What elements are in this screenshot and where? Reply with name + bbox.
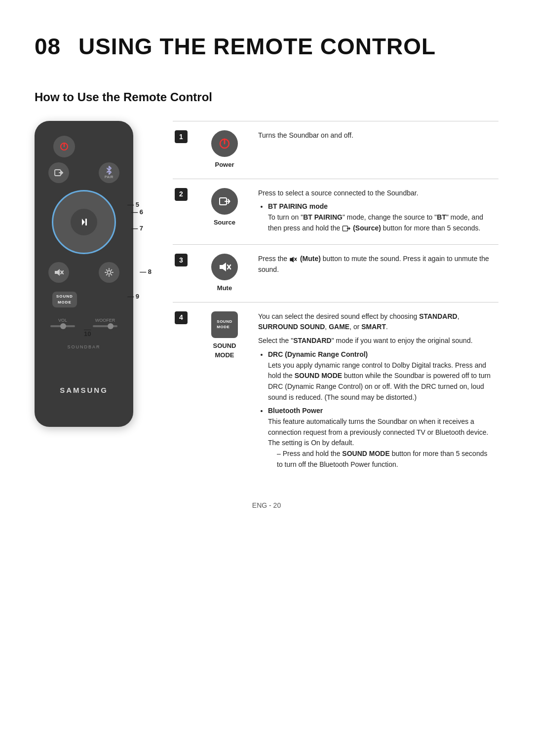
info-row-soundmode: 4 SOUNDMODE SOUND MODE You can select th… — [173, 302, 498, 481]
svg-point-9 — [108, 271, 111, 274]
icon-col-soundmode: SOUNDMODE SOUND MODE — [200, 302, 249, 481]
mute-icon-display — [211, 254, 238, 280]
remote-row-soundmode: SOUNDMODE — 9 — [43, 292, 124, 307]
callout-7: — 7 — [131, 224, 143, 233]
soundmode-desc-1: You can select the desired sound effect … — [258, 311, 493, 333]
num-badge-1: 1 — [175, 130, 188, 143]
mute-label: Mute — [217, 283, 232, 293]
power-button-remote[interactable] — [53, 136, 75, 157]
play-pause-button[interactable] — [71, 209, 97, 235]
source-bullets: BT PAIRING mode To turn on "BT PAIRING" … — [258, 201, 493, 233]
callout-6: — 6 — [131, 207, 143, 217]
text-col-soundmode: You can select the desired sound effect … — [249, 302, 498, 481]
text-col-mute: Press the (Mute) button to mute the soun… — [249, 245, 498, 302]
svg-marker-16 — [220, 263, 226, 271]
section-title: How to Use the Remote Control — [35, 88, 498, 106]
sound-mode-button-remote[interactable]: SOUNDMODE — [52, 292, 77, 307]
dpad[interactable]: — 6 — 7 — [52, 190, 116, 254]
mute-button-remote[interactable] — [48, 262, 69, 283]
power-description: Turns the Soundbar on and off. — [258, 131, 353, 139]
svg-marker-6 — [55, 269, 60, 276]
remote-row-source-bt: PAIR — [43, 162, 124, 183]
num-badge-3: 3 — [175, 254, 188, 266]
icon-col-power: Power — [200, 121, 249, 179]
num-col-1: 1 — [173, 121, 200, 179]
text-col-power: Turns the Soundbar on and off. — [249, 121, 498, 179]
svg-marker-19 — [290, 257, 294, 262]
remote-illustration: 1 — 2 — 3 — 4 — — [35, 121, 173, 427]
dash-list-btpower: Press and hold the SOUND MODE button for… — [268, 449, 493, 470]
soundmode-icon-display: SOUNDMODE — [211, 311, 238, 338]
slider-row: VOL WOOFER 10 — [43, 317, 124, 327]
icon-col-mute: Mute — [200, 245, 249, 302]
source-button-remote[interactable] — [48, 162, 69, 183]
info-row-source: 2 Source Press to select a source connec… — [173, 179, 498, 245]
mute-description: Press the (Mute) button to mute the soun… — [258, 254, 493, 275]
info-row-mute: 3 Mute Press the (Mute) button to mute t… — [173, 245, 498, 302]
soundmode-label: SOUND MODE — [204, 341, 245, 360]
num-col-2: 2 — [173, 179, 200, 245]
source-bt-bullet: BT PAIRING mode To turn on "BT PAIRING" … — [268, 201, 493, 233]
dash-item-1: Press and hold the SOUND MODE button for… — [277, 449, 493, 470]
power-icon-display — [211, 130, 238, 157]
source-desc-1: Press to select a source connected to th… — [258, 188, 493, 199]
soundmode-desc-2: Select the "STANDARD" mode if you want t… — [258, 336, 493, 346]
svg-rect-5 — [85, 219, 87, 226]
num-col-4: 4 — [173, 302, 200, 481]
settings-button-remote[interactable] — [99, 262, 119, 283]
remote-row-power — [43, 136, 124, 157]
svg-marker-4 — [82, 219, 85, 226]
soundbar-text: SOUNDBAR — [67, 344, 100, 351]
page-title: 08 USING THE REMOTE CONTROL — [35, 30, 498, 64]
woofer-slider[interactable] — [93, 325, 117, 327]
source-label: Source — [214, 218, 235, 227]
dpad-outer[interactable] — [52, 190, 116, 254]
text-col-source: Press to select a source connected to th… — [249, 179, 498, 245]
drc-bullet: DRC (Dynamic Range Control) Lets you app… — [268, 349, 493, 403]
num-col-3: 3 — [173, 245, 200, 302]
source-icon-display — [211, 188, 238, 215]
power-label: Power — [215, 160, 234, 170]
callout-9: — 9 — [127, 292, 139, 302]
info-row-power: 1 Power Turns the Soundbar on and off. — [173, 121, 498, 179]
num-badge-2: 2 — [175, 188, 188, 201]
soundmode-bullets: DRC (Dynamic Range Control) Lets you app… — [258, 349, 493, 470]
page-footer: ENG - 20 — [35, 500, 498, 511]
remote-body: PAIR — 5 — 6 — 7 — [35, 121, 133, 427]
info-table: 1 Power Turns the Soundbar on and off. 2 — [173, 121, 498, 481]
bt-power-bullet: Bluetooth Power This feature automatical… — [268, 406, 493, 470]
title-text: USING THE REMOTE CONTROL — [78, 34, 436, 59]
pair-label: PAIR — [105, 175, 114, 180]
chapter-number: 08 — [35, 34, 61, 59]
vol-slider[interactable] — [50, 325, 75, 327]
callout-10: 10 — [84, 329, 91, 339]
callout-8: — 8 — [140, 267, 152, 277]
woofer-label: WOOFER — [90, 317, 120, 324]
samsung-brand: SAMSUNG — [60, 385, 108, 396]
content-area: 1 — 2 — 3 — 4 — — [35, 121, 498, 481]
icon-col-source: Source — [200, 179, 249, 245]
bt-pair-button-remote[interactable]: PAIR — [99, 162, 119, 183]
num-badge-4: 4 — [175, 311, 188, 324]
remote-row-mute-settings: — 8 — [43, 262, 124, 283]
